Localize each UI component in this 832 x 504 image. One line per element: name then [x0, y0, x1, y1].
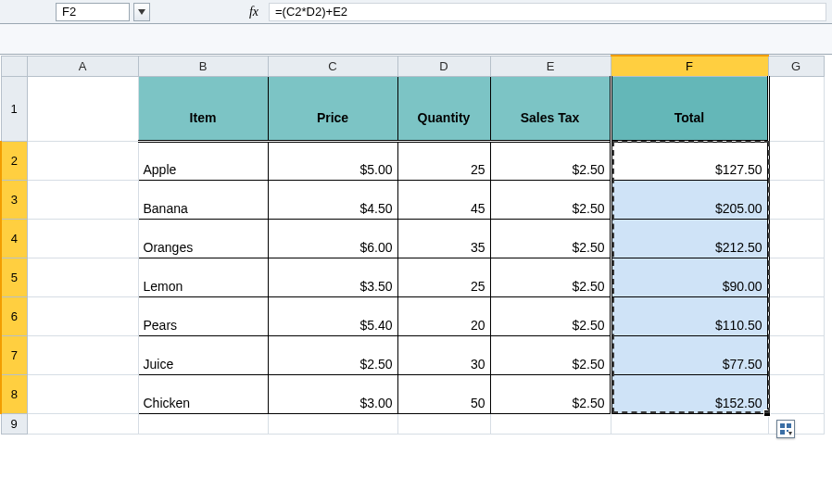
row-label: 3	[11, 193, 18, 207]
col-header-B[interactable]: B	[138, 56, 268, 76]
cell-B4[interactable]: Oranges	[138, 219, 268, 258]
cell-D4[interactable]: 35	[397, 219, 490, 258]
cell-E5[interactable]: $2.50	[490, 258, 611, 296]
cell-C5[interactable]: $3.50	[268, 258, 397, 296]
cell-D5[interactable]: 25	[397, 258, 490, 296]
row-header-1[interactable]: 1	[1, 76, 27, 141]
formula-bar: fx	[0, 0, 832, 24]
cell-G6[interactable]	[768, 296, 824, 335]
cell-C8[interactable]: $3.00	[268, 374, 397, 413]
name-box[interactable]	[56, 3, 130, 21]
cell-F5[interactable]: $90.00	[611, 258, 768, 296]
cell-A7[interactable]	[27, 335, 138, 374]
cell-A5[interactable]	[27, 258, 138, 296]
cell-value: Pears	[139, 315, 268, 335]
cell-value: $212.50	[612, 237, 767, 258]
cell-A6[interactable]	[27, 296, 138, 335]
insert-function-button[interactable]: fx	[245, 3, 263, 21]
cell-A3[interactable]	[27, 180, 138, 219]
cell-E7[interactable]: $2.50	[490, 335, 611, 374]
cell-E6[interactable]: $2.50	[490, 296, 611, 335]
cell-D1[interactable]: Quantity	[397, 76, 490, 141]
cell-F8[interactable]: $152.50	[611, 374, 768, 413]
cell-D7[interactable]: 30	[397, 335, 490, 374]
cell-C3[interactable]: $4.50	[268, 180, 397, 219]
cell-B3[interactable]: Banana	[138, 180, 268, 219]
row-header-6[interactable]: 6	[1, 296, 27, 335]
cell-A9[interactable]	[27, 413, 138, 434]
row-header-8[interactable]: 8	[1, 374, 27, 413]
cell-D8[interactable]: 50	[397, 374, 490, 413]
header-label: Total	[612, 88, 767, 128]
col-header-A[interactable]: A	[27, 56, 138, 76]
cell-G4[interactable]	[768, 219, 824, 258]
cell-D6[interactable]: 20	[397, 296, 490, 335]
cell-value: Juice	[139, 354, 268, 374]
cell-C4[interactable]: $6.00	[268, 219, 397, 258]
col-header-E[interactable]: E	[490, 56, 611, 76]
toolbar-gap	[0, 24, 832, 55]
cell-B6[interactable]: Pears	[138, 296, 268, 335]
formula-input[interactable]	[269, 3, 826, 21]
col-header-F[interactable]: F	[611, 56, 768, 76]
row-header-9[interactable]: 9	[1, 413, 27, 434]
cell-A1[interactable]	[27, 76, 138, 141]
cell-G5[interactable]	[768, 258, 824, 296]
cell-E8[interactable]: $2.50	[490, 374, 611, 413]
cell-F1[interactable]: Total	[611, 76, 768, 141]
cell-C7[interactable]: $2.50	[268, 335, 397, 374]
cell-G2[interactable]	[768, 141, 824, 180]
cell-F7[interactable]: $77.50	[611, 335, 768, 374]
cell-C9[interactable]	[268, 413, 397, 434]
cell-B8[interactable]: Chicken	[138, 374, 268, 413]
cell-F4[interactable]: $212.50	[611, 219, 768, 258]
cell-F6[interactable]: $110.50	[611, 296, 768, 335]
grid-row-4: 4 Oranges $6.00 35 $2.50 $212.50	[1, 219, 824, 258]
cell-B5[interactable]: Lemon	[138, 258, 268, 296]
cell-E2[interactable]: $2.50	[490, 141, 611, 180]
cell-B1[interactable]: Item	[138, 76, 268, 141]
cell-B7[interactable]: Juice	[138, 335, 268, 374]
row-label: 8	[11, 387, 18, 401]
cell-G1[interactable]	[768, 76, 824, 141]
cell-F2[interactable]: $127.50	[611, 141, 768, 180]
cell-E9[interactable]	[490, 413, 611, 434]
cell-E3[interactable]: $2.50	[490, 180, 611, 219]
cell-B9[interactable]	[138, 413, 268, 434]
name-box-dropdown[interactable]	[133, 3, 150, 21]
cell-A2[interactable]	[27, 141, 138, 180]
cell-F3[interactable]: $205.00	[611, 180, 768, 219]
cell-G3[interactable]	[768, 180, 824, 219]
col-label: G	[791, 59, 800, 73]
cell-D3[interactable]: 45	[397, 180, 490, 219]
header-label: Item	[139, 88, 268, 128]
cell-E1[interactable]: Sales Tax	[490, 76, 611, 141]
row-header-2[interactable]: 2	[1, 141, 27, 180]
cell-value: $2.50	[491, 393, 610, 413]
cell-D9[interactable]	[397, 413, 490, 434]
cell-G7[interactable]	[768, 335, 824, 374]
row-header-7[interactable]: 7	[1, 335, 27, 374]
col-header-D[interactable]: D	[397, 56, 490, 76]
cell-C2[interactable]: $5.00	[268, 141, 397, 180]
cell-C1[interactable]: Price	[268, 76, 397, 141]
grid-table[interactable]: A B C D E F G 1 Item Price Quantity Sale…	[0, 55, 825, 435]
cell-A8[interactable]	[27, 374, 138, 413]
col-header-G[interactable]: G	[768, 56, 824, 76]
cell-G8[interactable]	[768, 374, 824, 413]
row-header-3[interactable]: 3	[1, 180, 27, 219]
cell-E4[interactable]: $2.50	[490, 219, 611, 258]
cell-B2[interactable]: Apple	[138, 141, 268, 180]
grid-row-2: 2 Apple $5.00 25 $2.50 $127.50	[1, 141, 824, 180]
row-header-4[interactable]: 4	[1, 219, 27, 258]
name-box-wrap	[0, 0, 152, 23]
autofill-options-button[interactable]	[776, 420, 795, 438]
cell-C6[interactable]: $5.40	[268, 296, 397, 335]
cell-F9[interactable]	[611, 413, 768, 434]
select-all-corner[interactable]	[1, 56, 27, 76]
row-label: 6	[11, 309, 18, 323]
row-header-5[interactable]: 5	[1, 258, 27, 296]
cell-D2[interactable]: 25	[397, 141, 490, 180]
cell-A4[interactable]	[27, 219, 138, 258]
col-header-C[interactable]: C	[268, 56, 397, 76]
